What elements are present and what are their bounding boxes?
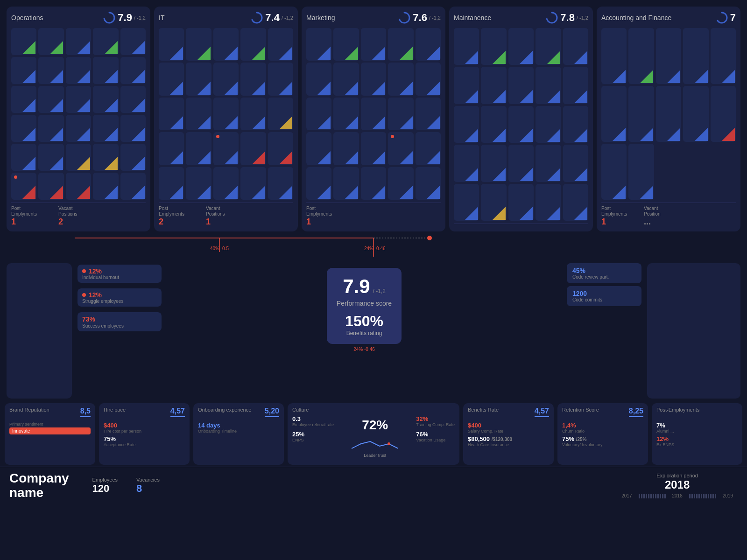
retention-panel: Retention Score 8,25 1,4% Churn Ratio 75… (557, 403, 648, 465)
tile (66, 173, 91, 200)
tick (646, 494, 647, 498)
tile (38, 57, 63, 84)
tri-blue-icon (317, 186, 331, 199)
tile (711, 86, 736, 142)
vacancies-value: 8 (136, 483, 160, 495)
timeline: 2017 2018 (617, 493, 738, 498)
tri-blue-icon (400, 151, 413, 164)
tri-blue-icon (317, 151, 331, 164)
postempl-exenps-stat: 12% Ex-ENPS (656, 435, 738, 447)
tile (601, 86, 627, 142)
tri-blue-icon (197, 151, 211, 164)
tile (306, 63, 331, 95)
tile (11, 86, 36, 113)
benefits-salary-label: Salary Comp. Rate (468, 429, 549, 434)
dept-stat-label: VacantPosition (644, 206, 661, 217)
dept-footer-maintanence (454, 224, 588, 227)
tile-grid-marketing (306, 28, 441, 200)
culture-vacation-label: Vacation Usage (416, 438, 455, 442)
tile (93, 86, 118, 113)
tile (213, 132, 239, 165)
tile (536, 106, 561, 143)
tri-blue-icon (493, 90, 506, 103)
tri-blue-icon (197, 82, 211, 95)
metric-success: 73% Success employees (78, 312, 162, 331)
hire-cost-label: Hire cost per person (104, 429, 185, 434)
tile (159, 98, 184, 130)
hire-acceptance-val: 75% (104, 435, 185, 442)
tile (120, 115, 146, 142)
hire-cost-stat: $400 Hire cost per person (104, 422, 185, 434)
tile (240, 98, 266, 130)
tile (416, 28, 441, 61)
dept-stat-value: 2 (58, 217, 78, 227)
tick (664, 494, 666, 498)
tile (66, 144, 91, 171)
culture-enps-label: ENPS (292, 438, 334, 442)
connector-svg: 40% -0.5 24% -0.46 (5, 233, 742, 261)
tri-blue-icon (225, 82, 238, 95)
dept-header-maintanence: Maintanence 7.8 / -1,2 (454, 11, 588, 24)
tile (213, 63, 239, 95)
connector-area: 40% -0.5 24% -0.46 (5, 233, 742, 261)
tile (454, 28, 479, 65)
culture-left: 0.3 Employee referral rate 25% ENPS (292, 414, 334, 461)
burnout-pct: 12% (89, 267, 102, 275)
tile (268, 167, 293, 200)
tile (38, 144, 63, 171)
tri-blue-icon (279, 186, 292, 199)
tick (655, 494, 656, 498)
tri-blue-icon (520, 90, 533, 103)
perf-change: / -1,2 (373, 288, 386, 294)
retention-voluntary-stat: 75% /25% Voluntary/ Involuntary (562, 435, 643, 447)
tile (240, 63, 266, 95)
tick (650, 494, 652, 498)
tri-blue-icon (105, 186, 118, 199)
tri-blue-icon (613, 128, 626, 141)
culture-referral-label: Employee referral rate (292, 422, 334, 427)
tile (268, 98, 293, 130)
mid-left-metrics: 12% Individual burnout 12% Struggle empl… (78, 263, 162, 399)
dept-footer-it: PostEmplyments 2 VacantPositions 1 (159, 203, 293, 227)
culture-enps-val: 25% (292, 431, 334, 438)
benefits-rating: 150% (336, 313, 392, 330)
tick (657, 494, 659, 498)
tile (120, 144, 146, 171)
tri-blue-icon (372, 116, 385, 129)
tri-blue-icon (695, 128, 708, 141)
dept-score-operations: 7.9 / -1,2 (103, 11, 146, 24)
tile (306, 132, 331, 165)
tile (454, 67, 479, 104)
tri-blue-icon (640, 128, 653, 141)
benefits-salary-stat: $400 Salary Comp. Rate (468, 422, 549, 434)
tile (11, 57, 36, 84)
tri-blue-icon (695, 70, 708, 83)
brand-sentiment-tag: Innovate (9, 427, 91, 434)
tri-blue-icon (77, 70, 90, 83)
culture-right: 32% Training Comp. Rate 76% Vacation Usa… (416, 414, 455, 461)
employees-label: Employees (92, 477, 118, 483)
tri-blue-icon (427, 47, 440, 60)
tile (536, 145, 561, 182)
onboarding-days-label: Onboarding Timeline (198, 429, 279, 434)
footer: Companyname Employees 120 Vacancies 8 Ex… (0, 467, 747, 504)
timeline-year-2018: 2018 (672, 493, 683, 498)
tile (388, 63, 413, 95)
culture-referral: 0.3 Employee referral rate (292, 415, 334, 427)
tile (66, 115, 91, 142)
dept-stat-vacant-accounting: VacantPosition ... (644, 206, 661, 227)
hire-acceptance-stat: 75% Acceptance Rate (104, 435, 185, 447)
dept-stat-label: PostEmplyments (601, 206, 627, 217)
tri-blue-icon (197, 186, 211, 199)
tri-red-icon (722, 128, 735, 141)
tile (333, 63, 359, 95)
tri-blue-icon (170, 82, 183, 95)
dept-header-operations: Operations 7.9 / -1,2 (11, 11, 146, 24)
tile (563, 184, 588, 221)
tile (240, 167, 266, 200)
red-dot-icon (391, 135, 394, 138)
burnout-label: Individual burnout (82, 275, 157, 280)
tile (361, 132, 386, 165)
dept-title-it: IT (159, 14, 164, 21)
postempl-alumni-val: 7% (656, 422, 738, 429)
